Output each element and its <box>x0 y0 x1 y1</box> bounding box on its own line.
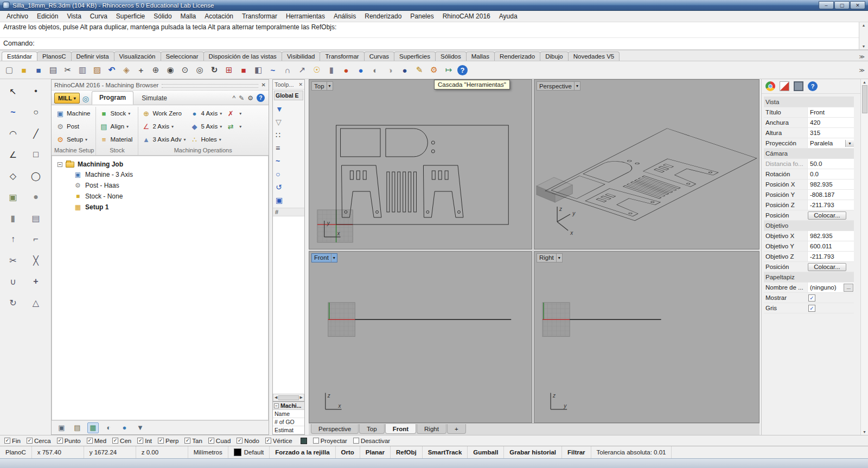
osnap-toggle[interactable]: Vértice <box>265 438 292 444</box>
tools-cascade-icon[interactable]: ⚙ <box>428 64 440 76</box>
scroll-up-icon[interactable]: ▲ <box>862 23 866 27</box>
viewport-title-perspective[interactable]: Perspective ▾ <box>537 81 580 91</box>
status-cell[interactable]: Planar <box>360 446 391 458</box>
viewport-menu-arrow-icon[interactable]: ▾ <box>574 82 580 90</box>
viewport-title-front[interactable]: Front ▾ <box>311 253 337 262</box>
arc-icon[interactable]: ◠ <box>5 126 21 141</box>
viewport-menu-arrow-icon[interactable]: ▾ <box>556 254 562 262</box>
osnap-toggle[interactable]: Med <box>87 438 106 444</box>
module-switch-icon[interactable]: ◎ <box>82 94 89 103</box>
ribbon-button[interactable]: ✗ ▾ <box>224 107 244 120</box>
analyze-direction-icon[interactable]: ↗ <box>296 64 308 76</box>
scrollbar-thumb[interactable] <box>862 85 867 113</box>
toolbar-tab[interactable]: Visibilidad <box>282 52 321 61</box>
viewport-menu-arrow-icon[interactable]: ▾ <box>331 254 337 262</box>
osnap-toggle[interactable]: Desactivar <box>353 438 390 444</box>
close-panel-icon[interactable]: ✕ <box>261 82 266 88</box>
toolbar-tab[interactable]: Definir vista <box>71 52 114 61</box>
customize-icon[interactable]: ✎ <box>239 94 244 102</box>
checkbox-icon[interactable] <box>137 438 143 444</box>
view-settings-icon[interactable]: ◧ <box>252 64 264 76</box>
global-parameters-button[interactable]: Global E <box>274 91 303 100</box>
toolbar-tab[interactable]: Dibujo <box>540 52 569 61</box>
menu-item[interactable]: Malla <box>176 11 201 21</box>
ribbon-button[interactable]: ⚙ Post <box>54 120 94 133</box>
property-value[interactable]: -211.793 <box>807 252 854 261</box>
undo-icon[interactable]: ↶ <box>106 64 118 76</box>
toolbar-overflow-icon[interactable]: ≫ <box>859 67 865 73</box>
rectangle-icon[interactable]: □ <box>28 147 44 162</box>
browser-tab[interactable]: Program <box>92 91 133 105</box>
new-file-icon[interactable]: ▢ <box>3 64 15 76</box>
toolbar-tab[interactable]: Mallas <box>466 52 495 61</box>
tree-item[interactable]: ▣ Machine - 3 Axis <box>74 169 263 180</box>
minimize-button[interactable]: – <box>819 1 834 9</box>
settings-icon[interactable]: ⚙ <box>247 94 253 102</box>
move-icon[interactable]: + <box>135 64 147 76</box>
surface-tools-icon[interactable]: ∩ <box>282 64 293 76</box>
machining-browser-header[interactable]: RhinoCAM 2016 - Machining Browser ✕ <box>52 80 269 91</box>
checkbox-icon[interactable] <box>158 438 164 444</box>
dim-tools-icon[interactable]: ↦ <box>443 64 455 76</box>
toolpath-display-icon[interactable]: ◐ <box>103 422 114 433</box>
menu-item[interactable]: Acotación <box>200 11 238 21</box>
viewport-menu-arrow-icon[interactable]: ▾ <box>327 82 333 90</box>
ellipse-icon[interactable]: ◯ <box>28 168 44 183</box>
osnap-toggle[interactable]: Tan <box>184 438 202 444</box>
scroll-down-icon[interactable]: ▼ <box>863 430 866 434</box>
copy-icon[interactable]: ▥ <box>76 64 88 76</box>
endmill-icon[interactable]: ▼ <box>276 105 302 113</box>
status-cell[interactable]: Milímetros <box>188 446 228 458</box>
curve-tools-icon[interactable]: ~ <box>267 64 279 76</box>
stock-display-icon[interactable]: ▦ <box>87 422 99 433</box>
osnap-toggle[interactable]: Proyectar <box>313 438 347 444</box>
line-icon[interactable]: ╱ <box>28 126 44 141</box>
osnap-toggle[interactable]: Cerca <box>27 438 51 444</box>
curve-select-icon[interactable]: ~ <box>276 157 302 165</box>
menu-item[interactable]: Sólido <box>149 11 176 21</box>
checkbox-icon[interactable] <box>313 438 319 444</box>
menu-item[interactable]: Renderizado <box>360 11 406 21</box>
status-cell[interactable]: y 1672.24 <box>84 446 136 458</box>
toolbar-tab[interactable]: Disposición de las vistas <box>203 52 282 61</box>
ribbon-button[interactable]: ▣ Machine <box>54 107 94 120</box>
viewport-title-top[interactable]: Top ▾ <box>311 81 333 91</box>
viewport-front[interactable]: z x Front ▾ <box>309 251 532 423</box>
property-value[interactable]: (ninguno) <box>807 283 854 292</box>
checkbox-icon[interactable] <box>57 438 63 444</box>
trim-icon[interactable]: ✂ <box>5 253 21 268</box>
scroll-right-icon[interactable]: ▶ <box>300 395 303 400</box>
osnap-toggle[interactable]: Punto <box>57 438 81 444</box>
grid-points-icon[interactable]: ∷ <box>276 131 302 139</box>
property-value[interactable]: Paralela <box>807 138 854 148</box>
osnap-toggle[interactable]: Nodo <box>237 438 259 444</box>
shaded-view-icon[interactable]: ◐ <box>369 64 381 76</box>
ribbon-button[interactable]: ▲ 3 Axis Adv ▾ <box>139 133 188 146</box>
ribbon-button[interactable]: ≡ Material <box>97 133 137 146</box>
property-value[interactable]: 315 <box>807 128 854 138</box>
toolbar-tab[interactable]: PlanosC <box>37 52 71 61</box>
status-cell[interactable]: Filtrar <box>562 446 591 458</box>
box-icon[interactable]: ▣ <box>5 189 21 204</box>
zoom-dynamic-icon[interactable]: ⊕ <box>150 64 162 76</box>
checkbox-icon[interactable] <box>208 438 214 444</box>
toolbar-tab[interactable]: Visualización <box>114 52 161 61</box>
tree-item[interactable]: ⚙ Post - Haas <box>74 180 263 191</box>
lamp-icon[interactable]: ☉ <box>311 64 323 76</box>
browser-help-icon[interactable]: ? <box>257 94 265 102</box>
browser-tab[interactable]: Simulate <box>135 92 174 105</box>
display-tab-icon[interactable] <box>794 81 803 91</box>
osnap-toggle[interactable]: Perp <box>158 438 178 444</box>
osnap-toggle[interactable]: Cuad <box>208 438 231 444</box>
ribbon-button[interactable]: ◆ 5 Axis ▾ <box>188 120 224 133</box>
world-display-icon[interactable]: ● <box>119 422 130 433</box>
named-view-icon[interactable]: ■ <box>238 64 250 76</box>
machining-info-header[interactable]: − Machi... <box>273 401 304 410</box>
ribbon-button[interactable]: ∴ Holes ▾ <box>188 133 224 146</box>
panel-grip[interactable] <box>162 84 258 88</box>
fillet-icon[interactable]: ⌐ <box>28 232 44 247</box>
polyline-icon[interactable]: ∠ <box>5 147 21 162</box>
menu-item[interactable]: Ayuda <box>495 11 522 21</box>
toolbar-tab[interactable]: Novedades V5 <box>568 52 620 61</box>
close-panel-icon[interactable]: ✕ <box>298 82 303 87</box>
